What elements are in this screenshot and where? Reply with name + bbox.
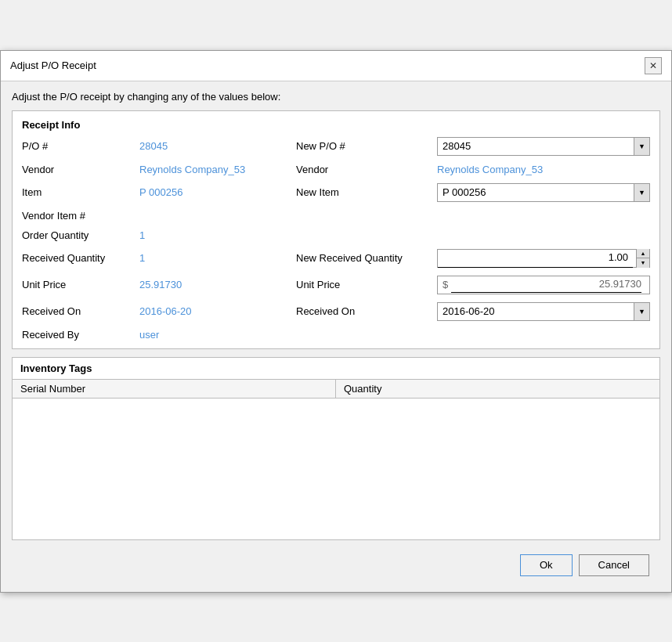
- new-received-on-arrow-icon[interactable]: ▼: [634, 303, 649, 320]
- new-item-value: P 000256: [438, 183, 634, 202]
- currency-symbol: $: [443, 279, 448, 290]
- unit-price-input-value: 25.91730: [451, 276, 641, 293]
- new-item-label: New Item: [296, 186, 437, 198]
- inventory-table-header: Serial Number Quantity: [13, 379, 659, 399]
- receipt-info-grid: P/O # 28045 New P/O # 28045 ▼ Vendor Rey…: [22, 137, 650, 341]
- received-by-label: Received By: [22, 329, 139, 341]
- received-by-value: user: [139, 329, 296, 341]
- unit-price-label: Unit Price: [22, 279, 139, 290]
- title-bar: Adjust P/O Receipt ✕: [1, 51, 671, 81]
- unit-price-value: 25.91730: [139, 279, 296, 290]
- spinner-down-button[interactable]: ▼: [637, 258, 649, 268]
- vendor-value: Reynolds Company_53: [139, 164, 296, 175]
- serial-number-column-header: Serial Number: [13, 380, 336, 398]
- new-received-on-dropdown[interactable]: 2016-06-20 ▼: [437, 302, 650, 321]
- dialog-body: Adjust the P/O receipt by changing any o…: [1, 81, 671, 592]
- inventory-tags-title: Inventory Tags: [13, 358, 659, 379]
- spinner-up-button[interactable]: ▲: [637, 249, 649, 258]
- inventory-table-body: [13, 399, 659, 539]
- received-qty-label: Received Quantity: [22, 252, 139, 264]
- new-po-dropdown[interactable]: 28045 ▼: [437, 137, 650, 156]
- received-on-label: Received On: [22, 305, 139, 317]
- inventory-tags-section: Inventory Tags Serial Number Quantity: [12, 357, 660, 540]
- dialog-title: Adjust P/O Receipt: [10, 60, 96, 71]
- received-on-value: 2016-06-20: [139, 305, 296, 317]
- new-po-arrow-icon[interactable]: ▼: [634, 138, 649, 155]
- instruction-text: Adjust the P/O receipt by changing any o…: [12, 91, 660, 103]
- new-unit-price-label: Unit Price: [296, 279, 437, 290]
- dialog-footer: Ok Cancel: [12, 548, 660, 582]
- new-vendor-label: Vendor: [296, 164, 437, 175]
- receipt-info-section: Receipt Info P/O # 28045 New P/O # 28045…: [12, 110, 660, 349]
- new-item-dropdown[interactable]: P 000256 ▼: [437, 183, 650, 202]
- item-value: P 000256: [139, 186, 296, 198]
- new-po-value: 28045: [438, 137, 634, 156]
- po-value: 28045: [139, 140, 296, 152]
- new-received-qty-spinner[interactable]: 1.00 ▲ ▼: [437, 249, 650, 268]
- new-received-on-label: Received On: [296, 305, 437, 317]
- new-item-arrow-icon[interactable]: ▼: [634, 184, 649, 201]
- new-received-qty-label: New Received Quantity: [296, 252, 437, 264]
- new-received-on-value: 2016-06-20: [438, 302, 634, 321]
- vendor-item-label: Vendor Item #: [22, 210, 139, 222]
- order-qty-label: Order Quantity: [22, 229, 139, 241]
- new-unit-price-field[interactable]: $ 25.91730: [437, 276, 650, 294]
- cancel-button[interactable]: Cancel: [579, 554, 649, 576]
- receipt-info-title: Receipt Info: [22, 119, 650, 131]
- adjust-po-receipt-dialog: Adjust P/O Receipt ✕ Adjust the P/O rece…: [0, 50, 672, 593]
- new-vendor-value: Reynolds Company_53: [437, 164, 650, 175]
- order-qty-value: 1: [139, 229, 296, 241]
- ok-button[interactable]: Ok: [520, 554, 573, 576]
- new-po-label: New P/O #: [296, 140, 437, 152]
- close-button[interactable]: ✕: [645, 57, 662, 74]
- vendor-label: Vendor: [22, 164, 139, 175]
- new-received-qty-value: 1.00: [438, 248, 633, 268]
- spinner-controls[interactable]: ▲ ▼: [636, 249, 649, 268]
- item-label: Item: [22, 186, 139, 198]
- received-qty-value: 1: [139, 252, 296, 264]
- quantity-column-header: Quantity: [336, 380, 659, 398]
- po-label: P/O #: [22, 140, 139, 152]
